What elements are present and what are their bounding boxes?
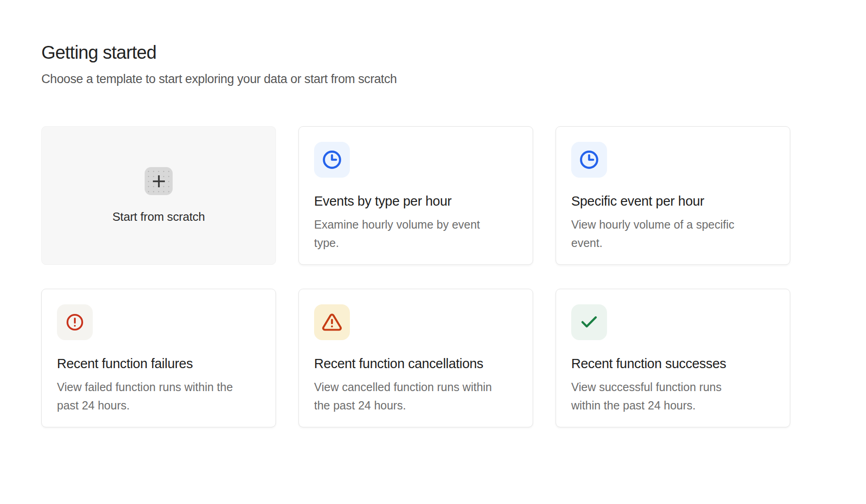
alert-triangle-icon-tile [314, 304, 350, 340]
clock-icon [321, 149, 343, 171]
clock-icon-tile [314, 142, 350, 178]
clock-icon-tile [571, 142, 607, 178]
card-description: View successful function runs within the… [571, 378, 775, 414]
alert-triangle-icon [322, 312, 342, 332]
card-description: View failed function runs within the pas… [57, 378, 260, 414]
page-title: Getting started [41, 41, 866, 63]
card-title: Recent function failures [57, 355, 260, 372]
check-icon-tile [571, 304, 607, 340]
card-events-by-type-per-hour[interactable]: Events by type per hour Examine hourly v… [298, 126, 533, 265]
clock-icon [578, 149, 600, 171]
card-title: Recent function cancellations [314, 355, 517, 372]
plus-button[interactable] [145, 167, 173, 195]
card-specific-event-per-hour[interactable]: Specific event per hour View hourly volu… [556, 126, 790, 265]
page-subtitle: Choose a template to start exploring you… [41, 71, 866, 87]
check-icon [579, 312, 600, 333]
card-title: Events by type per hour [314, 192, 517, 210]
card-description: View cancelled function runs within the … [314, 378, 517, 414]
card-recent-function-cancellations[interactable]: Recent function cancellations View cance… [298, 289, 533, 427]
card-recent-function-failures[interactable]: Recent function failures View failed fun… [41, 289, 276, 427]
alert-circle-icon [65, 312, 85, 332]
card-description: Examine hourly volume by event type. [314, 215, 517, 252]
start-from-scratch-label: Start from scratch [112, 210, 205, 224]
card-description: View hourly volume of a specific event. [571, 215, 775, 252]
card-recent-function-successes[interactable]: Recent function successes View successfu… [556, 289, 790, 427]
alert-circle-icon-tile [57, 304, 93, 340]
getting-started-page: Getting started Choose a template to sta… [0, 0, 866, 427]
template-cards-grid: Start from scratch Events by type per ho… [41, 126, 866, 427]
card-title: Recent function successes [571, 355, 775, 372]
card-start-from-scratch[interactable]: Start from scratch [41, 126, 276, 265]
plus-icon [151, 173, 167, 190]
card-title: Specific event per hour [571, 192, 775, 210]
